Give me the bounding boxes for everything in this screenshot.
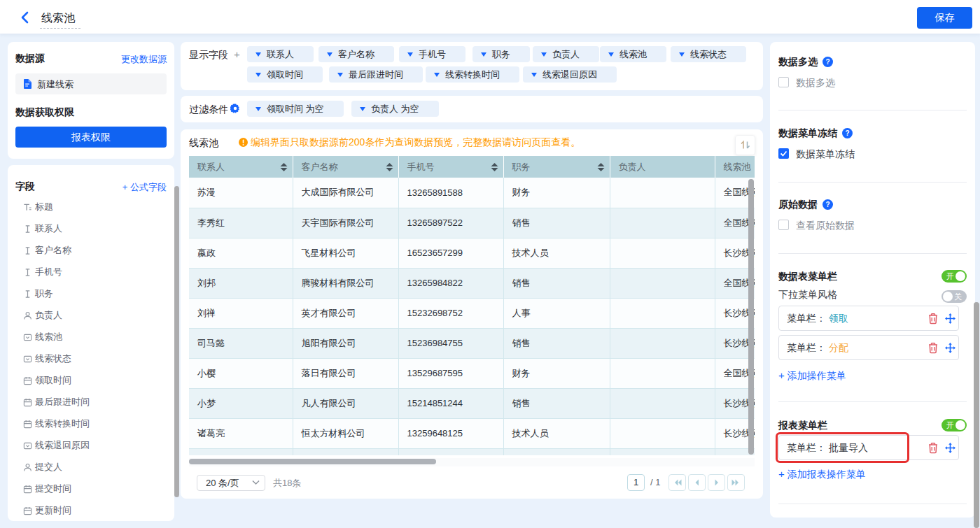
svg-text:?: ? (845, 129, 849, 137)
svg-text:?: ? (825, 201, 830, 208)
svg-text:?: ? (825, 58, 830, 66)
